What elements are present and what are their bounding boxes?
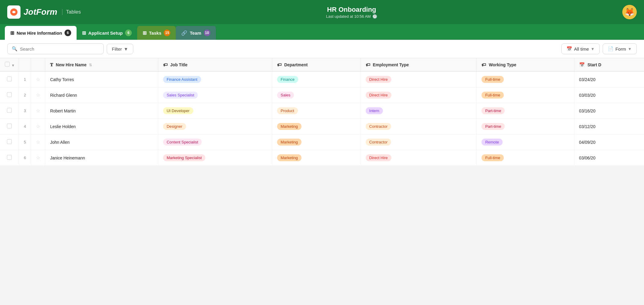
row-working-type-5[interactable]: Full-time <box>477 150 574 166</box>
data-table: ▾ 𝐓 New Hire Name ⇅ 🏷 Job Title 🏷 Depart… <box>0 58 644 166</box>
avatar[interactable]: 🦊 <box>622 5 637 19</box>
row-checkbox-3[interactable] <box>0 119 19 134</box>
jotform-logo-text: JotForm <box>24 7 57 17</box>
row-checkbox-0[interactable] <box>0 71 19 87</box>
row-checkbox-1[interactable] <box>0 87 19 103</box>
row-start-date-0: 03/24/20 <box>574 71 644 87</box>
row-start-date-5: 03/06/20 <box>574 150 644 166</box>
th-department[interactable]: 🏷 Department <box>272 58 361 71</box>
row-name-5[interactable]: Janice Heinemann <box>45 150 158 166</box>
tab-team[interactable]: 🔗 Team 10 <box>176 26 216 40</box>
header-left: JotForm Tables <box>7 5 81 19</box>
th-start-date[interactable]: 📅 Start D <box>574 58 644 71</box>
calendar-icon-th: 📅 <box>579 62 585 67</box>
row-star-3[interactable]: ☆ <box>31 119 45 134</box>
row-start-date-4: 04/09/20 <box>574 134 644 150</box>
link-icon-team: 🔗 <box>181 30 187 36</box>
row-star-0[interactable]: ☆ <box>31 71 45 87</box>
tab-team-label: Team <box>190 30 201 36</box>
row-start-date-2: 03/16/20 <box>574 103 644 119</box>
row-name-4[interactable]: John Allen <box>45 134 158 150</box>
page-title: HR Onboarding <box>326 6 377 14</box>
row-checkbox-5[interactable] <box>0 150 19 166</box>
tab-tasks-label: Tasks <box>149 30 161 36</box>
table-header-row: ▾ 𝐓 New Hire Name ⇅ 🏷 Job Title 🏷 Depart… <box>0 58 644 71</box>
th-checkbox[interactable]: ▾ <box>0 58 19 71</box>
th-job-title[interactable]: 🏷 Job Title <box>158 58 272 71</box>
row-checkbox-4[interactable] <box>0 134 19 150</box>
row-job-title-4[interactable]: Content Specialist <box>158 134 272 150</box>
row-star-2[interactable]: ☆ <box>31 103 45 119</box>
tab-new-hire-label: New Hire Information <box>17 30 62 36</box>
chevron-down-icon: ▼ <box>591 47 595 51</box>
chevron-down-icon-2: ▼ <box>628 47 632 51</box>
data-table-wrapper: ▾ 𝐓 New Hire Name ⇅ 🏷 Job Title 🏷 Depart… <box>0 58 644 166</box>
row-department-4[interactable]: Marketing <box>272 134 361 150</box>
row-department-0[interactable]: Finance <box>272 71 361 87</box>
header: JotForm Tables HR Onboarding Last update… <box>0 0 644 24</box>
jotform-logo-icon <box>7 5 21 19</box>
row-job-title-1[interactable]: Sales Specialist <box>158 87 272 103</box>
toolbar: 🔍 Filter ▼ 📅 All time ▼ 📄 Form ▼ <box>0 40 644 58</box>
row-working-type-4[interactable]: Remote <box>477 134 574 150</box>
row-num-0: 1 <box>19 71 31 87</box>
table-row: 5 ☆ John Allen Content Specialist Market… <box>0 134 644 150</box>
last-updated: Last updated at 10:56 AM 🕐 <box>326 14 377 19</box>
grid-icon-tasks: ⊞ <box>143 30 147 36</box>
row-working-type-1[interactable]: Full-time <box>477 87 574 103</box>
row-employment-type-5[interactable]: Direct Hire <box>361 150 477 166</box>
header-checkbox[interactable] <box>5 62 10 67</box>
row-start-date-3: 03/12/20 <box>574 119 644 134</box>
row-department-2[interactable]: Product <box>272 103 361 119</box>
row-employment-type-4[interactable]: Contractor <box>361 134 477 150</box>
form-icon: 📄 <box>608 46 614 52</box>
row-name-1[interactable]: Richard Glenn <box>45 87 158 103</box>
row-job-title-5[interactable]: Marketing Specialist <box>158 150 272 166</box>
row-employment-type-3[interactable]: Contractor <box>361 119 477 134</box>
calendar-icon: 📅 <box>567 46 572 52</box>
row-job-title-3[interactable]: Designer <box>158 119 272 134</box>
row-department-5[interactable]: Marketing <box>272 150 361 166</box>
row-num-4: 5 <box>19 134 31 150</box>
row-working-type-2[interactable]: Part-time <box>477 103 574 119</box>
alltime-button[interactable]: 📅 All time ▼ <box>561 43 600 54</box>
row-employment-type-2[interactable]: Intern <box>361 103 477 119</box>
th-employment-type[interactable]: 🏷 Employment Type <box>361 58 477 71</box>
th-working-type[interactable]: 🏷 Working Type <box>477 58 574 71</box>
th-name[interactable]: 𝐓 New Hire Name ⇅ <box>45 58 158 71</box>
text-icon: 𝐓 <box>50 62 53 67</box>
row-department-1[interactable]: Sales <box>272 87 361 103</box>
tab-new-hire[interactable]: ⊞ New Hire Information 6 <box>5 26 77 40</box>
search-box[interactable]: 🔍 <box>7 43 104 54</box>
tab-applicant-label: Applicant Setup <box>88 30 123 36</box>
row-star-5[interactable]: ☆ <box>31 150 45 166</box>
search-input[interactable] <box>20 46 99 52</box>
filter-button[interactable]: Filter ▼ <box>107 44 133 54</box>
row-checkbox-2[interactable] <box>0 103 19 119</box>
row-name-2[interactable]: Robert Martin <box>45 103 158 119</box>
table-row: 2 ☆ Richard Glenn Sales Specialist Sales… <box>0 87 644 103</box>
row-name-0[interactable]: Cathy Torres <box>45 71 158 87</box>
sort-icon-name[interactable]: ⇅ <box>89 63 92 67</box>
tag-icon-emp: 🏷 <box>366 62 370 67</box>
row-start-date-1: 03/03/20 <box>574 87 644 103</box>
row-employment-type-1[interactable]: Direct Hire <box>361 87 477 103</box>
tabs-bar: ⊞ New Hire Information 6 ⊞ Applicant Set… <box>0 24 644 40</box>
row-star-4[interactable]: ☆ <box>31 134 45 150</box>
table-row: 4 ☆ Leslie Holden Designer Marketing Con… <box>0 119 644 134</box>
search-filter-group: 🔍 Filter ▼ <box>7 43 133 54</box>
form-label: Form <box>615 46 626 52</box>
row-working-type-0[interactable]: Full-time <box>477 71 574 87</box>
row-working-type-3[interactable]: Part-time <box>477 119 574 134</box>
row-star-1[interactable]: ☆ <box>31 87 45 103</box>
row-name-3[interactable]: Leslie Holden <box>45 119 158 134</box>
row-job-title-0[interactable]: Finance Assistant <box>158 71 272 87</box>
row-department-3[interactable]: Marketing <box>272 119 361 134</box>
tab-applicant[interactable]: ⊞ Applicant Setup 6 <box>77 26 137 40</box>
tag-icon-dept: 🏷 <box>277 62 282 67</box>
form-button[interactable]: 📄 Form ▼ <box>603 43 637 54</box>
row-job-title-2[interactable]: UI Developer <box>158 103 272 119</box>
row-employment-type-0[interactable]: Direct Hire <box>361 71 477 87</box>
tab-tasks[interactable]: ⊞ Tasks 15 <box>137 26 176 40</box>
toolbar-right: 📅 All time ▼ 📄 Form ▼ <box>561 43 637 54</box>
